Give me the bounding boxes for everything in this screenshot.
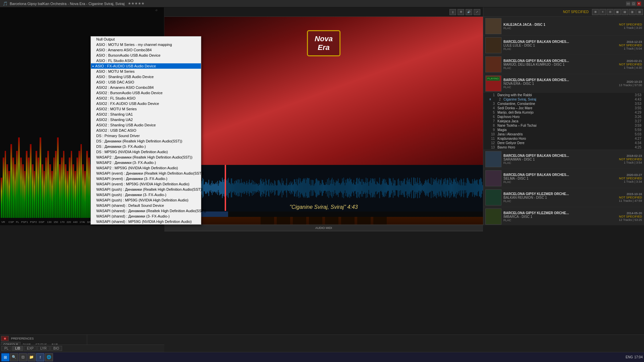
waveform-section[interactable]: "Ciganine Sviraj, Sviraj" 4:43 [164,165,483,217]
tracklist-panel[interactable]: NOT SPECIFIED ⊞ ≡ ⊟ ▦ ▤ ▥ ▧ KALEJACA JAC… [483,7,644,225]
dropdown-item-asio-motu[interactable]: ASIO : MOTU M Series [91,69,201,74]
track-row-nova-era-5[interactable]: 5 Marijo, deli Bela Kumrijo 4:29 [483,110,644,115]
album-entry-lule[interactable]: BARCELONA GIPSY BALKAN ORCHES... LULE LU… [483,36,644,55]
dropdown-item-wasapi-push-mp59g[interactable]: WASAPI (push) : MP59G (NVIDIA High Defin… [91,197,201,203]
bio-tab[interactable]: BIO [50,346,62,351]
dropdown-item-asio2-amanero[interactable]: ASIO2 : Amanero ASIO Combo384 [91,85,201,90]
album-entry-saraiman[interactable]: BARCELONA GIPSY BALKAN ORCHES... SARAIMA… [483,150,644,169]
pl-tab[interactable]: PL [1,346,11,351]
track-row-nova-era-8[interactable]: 8 Nane Tsokha – Fuli Tschai 3:59 [483,123,644,128]
album-entry-nova-era[interactable]: PLAYING BARCELONA GIPSY BALKAN ORCHES...… [483,74,644,150]
album-entry-selma[interactable]: BARCELONA GIPSY BALKAN ORCHES... SELMA -… [483,169,644,188]
dropdown-item-asio2-motu[interactable]: ASIO2 : MOTU M Series [91,106,201,112]
svg-rect-271 [347,178,348,198]
vol-btn[interactable]: 🔊 [466,9,472,15]
eq-icon-btn[interactable]: || [449,9,456,15]
svg-rect-454 [472,183,472,192]
minimize-button[interactable]: — [626,1,631,6]
config-btn[interactable]: ⚙ [458,9,464,15]
album-header-nova-era[interactable]: PLAYING BARCELONA GIPSY BALKAN ORCHES...… [483,74,644,93]
svg-rect-333 [389,179,390,197]
dropdown-item-asio2-fl[interactable]: ASIO2 : FL Studio ASIO [91,96,201,101]
dropdown-item-asio2-burson[interactable]: ASIO2 : BursonAudio USB Audio Device [91,90,201,96]
track-row-nova-era-3[interactable]: 3 Constantine, Constantine 3:53 [483,102,644,106]
track-row-nova-era-9[interactable]: 9 Magia 5:59 [483,128,644,132]
album-entry-kalejaca[interactable]: KALEJACA JACA - DISC 1 FLAC NOT SPECIFIE… [483,17,644,36]
dropdown-item-wasapi-push-3fx[interactable]: WASAPI (push) : Динамики (3- FX-Audio-) [91,192,201,197]
expand-btn[interactable]: ⤢ [474,9,480,15]
taskbar-foobar[interactable]: f [36,353,44,361]
dropdown-item-asio2-shanling-ua2[interactable]: ASIO2 : Shanling UA2 [91,117,201,122]
dropdown-item-ds-mp59g[interactable]: DS : MP59G (NVIDIA High Definition Audio… [91,149,201,155]
album-header-lule[interactable]: BARCELONA GIPSY BALKAN ORCHES... LULE LU… [483,36,644,55]
dropdown-item-asio-amanero[interactable]: ASIO : Amanero ASIO Combo384 [91,47,201,53]
svg-rect-414 [444,179,445,197]
lib-tab[interactable]: LIB [12,346,23,351]
album-entry-marijo[interactable]: BARCELONA GIPSY BALKAN ORCHES... MARIJO,… [483,55,644,74]
track-row-nova-era-13[interactable]: 13 Bavno Horo 4:25 [483,145,644,149]
track-row-nova-era-7[interactable]: 7 Kalejaca Jaca 3:27 [483,119,644,123]
dropdown-item-asio-fl[interactable]: ASIO : FL Studio ASIO [91,58,201,63]
dropdown-item-wasapi-shared-default[interactable]: WASAPI (shared) : Default Sound Device [91,203,201,208]
dropdown-item-asio2-shanling-ua1[interactable]: ASIO2 : Shanling UA1 [91,112,201,117]
track-row-nova-era-1[interactable]: 1 Dancing with the Rabbi 3:53 [483,93,644,97]
album-header-balkan-reunion[interactable]: BARCELONA GIPSY KLEZMER ORCHE... BALKAN … [483,188,644,207]
taskbar-chrome[interactable]: 🌐 [45,353,53,361]
view-toggle-5[interactable]: ▤ [622,9,628,15]
view-toggle-1[interactable]: ⊞ [592,9,599,15]
dropdown-item-wasap2-mp59g[interactable]: WASAP2 : MP59G (NVIDIA High Definition A… [91,165,201,171]
view-toggle-7[interactable]: ▧ [636,9,643,15]
album-header-imbarca[interactable]: BARCELONA GIPSY KLEZMER ORCHE... IMBARCA… [483,207,644,225]
dropdown-item-wasap2-dinamiki-realtek[interactable]: WASAP2 : Динамики (Realtek High Definiti… [91,155,201,160]
dropdown-item-asio2-shanling-usb[interactable]: ASIO2 : Shanling USB Audio Device [91,122,201,128]
svg-rect-392 [429,184,430,192]
taskbar-explorer[interactable]: 📁 [28,353,36,361]
close-button[interactable]: ✕ [637,1,641,6]
dropdown-item-asio2-usbdac[interactable]: ASIO2 : USB DAC ASIO [91,128,201,133]
dropdown-item-null-output[interactable]: Null Output [91,37,201,42]
track-row-nova-era-4[interactable]: 4 Sedi Donka – Joc Mare 3:55 [483,106,644,110]
record-button[interactable]: ⏺ [1,336,9,341]
view-toggle-3[interactable]: ⊟ [607,9,613,15]
track-row-nova-era-12[interactable]: 12 Dere Geliyor Dere 4:34 [483,141,644,145]
dropdown-item-wasapi-shared-mp59g[interactable]: WASAPI (shared) : MP59G (NVIDIA High Def… [91,219,201,224]
dropdown-item-asio-motu-custom[interactable]: ASIO : MOTU M Series - my channel mappin… [91,42,201,47]
album-entry-balkan-reunion[interactable]: BARCELONA GIPSY KLEZMER ORCHE... BALKAN … [483,188,644,207]
track-row-nova-era-6[interactable]: 6 Dajchovo Horo 3:26 [483,115,644,119]
dropdown-item-asio-fxaudio[interactable]: ASIO : FX-AUDIO USB Audio Device [91,63,201,69]
dropdown-item-asio-burson[interactable]: ASIO : BursonAudio USB Audio Device [91,53,201,58]
album-header-kalejaca[interactable]: KALEJACA JACA - DISC 1 FLAC NOT SPECIFIE… [483,17,644,36]
dropdown-item-wasap2-dinamiki-3fx[interactable]: WASAP2 : Динамики (3- FX-Audio-) [91,160,201,165]
taskbar-search[interactable]: 🔍 [10,353,18,361]
track-row-nova-era-11[interactable]: 11 Krajdunavsko Horo 4:27 [483,136,644,141]
taskbar-widget[interactable]: ⊡ [19,353,27,361]
view-toggle-4[interactable]: ▦ [614,9,621,15]
track-row-nova-era-2[interactable]: ⏸ 2 Ciganine Sviraj, Sviraj 4:43 [483,97,644,102]
dropdown-item-wasapi-shared-realtek[interactable]: WASAPI (shared) : Динамики (Realtek High… [91,208,201,214]
track-row-nova-era-10[interactable]: 10 Jana i Alexandris 5:03 [483,132,644,136]
dropdown-item-ds-primary[interactable]: DS : Primary Sound Driver [91,133,201,138]
dropdown-item-wasapi-shared-3fx[interactable]: WASAPI (shared) : Динамики (3- FX-Audio-… [91,214,201,219]
dropdown-item-asio2-fxaudio[interactable]: ASIO2 : FX-AUDIO USB Audio Device [91,101,201,106]
dropdown-item-wasapi-push-realtek[interactable]: WASAPI (push) : Динамики (Realtek High D… [91,187,201,192]
exp-tab[interactable]: EXP [24,346,37,351]
maximize-button[interactable]: □ [631,1,636,6]
audio-device-dropdown[interactable]: Null OutputASIO : MOTU M Series - my cha… [91,36,201,225]
progress-bar[interactable] [164,212,483,217]
dropdown-item-ds-dinamiki-3fx[interactable]: DS : Динамики (3- FX-Audio-) [91,144,201,149]
album-entry-imbarca[interactable]: BARCELONA GIPSY KLEZMER ORCHE... IMBARCA… [483,207,644,225]
dropdown-item-asio-usbdac[interactable]: ASIO : USB DAC ASIO [91,79,201,85]
start-button[interactable]: ⊞ [1,353,9,361]
album-header-selma[interactable]: BARCELONA GIPSY BALKAN ORCHES... SELMA -… [483,169,644,188]
dropdown-item-wasapi-event-realtek[interactable]: WASAPI (event) : Динамики (Realtek High … [91,171,201,176]
album-header-marijo[interactable]: BARCELONA GIPSY BALKAN ORCHES... MARIJO,… [483,55,644,74]
album-header-saraiman[interactable]: BARCELONA GIPSY BALKAN ORCHES... SARAIMA… [483,150,644,169]
view-toggle-6[interactable]: ▥ [629,9,636,15]
dropdown-item-ds-dinamiki-realtek[interactable]: DS : Динамики (Realtek High Definition A… [91,138,201,144]
svg-rect-238 [325,185,326,191]
view-toggle-2[interactable]: ≡ [599,9,606,15]
dropdown-item-wasapi-event-mp59g[interactable]: WASAPI (event) : MP59G (NVIDIA High Defi… [91,181,201,187]
lyr-tab[interactable]: LYR [37,346,50,351]
dropdown-item-asio-shanling[interactable]: ASIO : Shanling USB Audio Device [91,74,201,79]
dropdown-item-wasapi-event-3fx[interactable]: WASAPI (event) : Динамики (3- FX-Audio-) [91,176,201,181]
